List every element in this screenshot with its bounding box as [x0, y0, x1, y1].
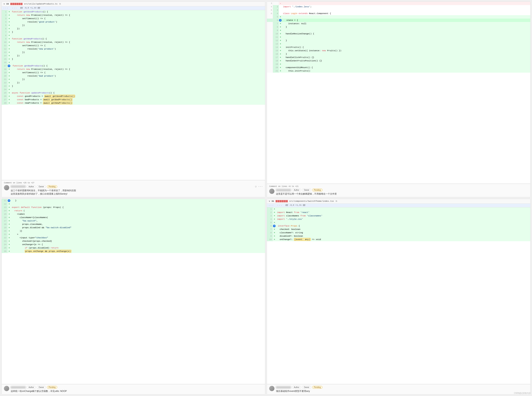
line-code: setTimeout(() => { [11, 71, 265, 74]
line-number-right: 15 [273, 49, 279, 52]
diff-line: 4+import './style.css' [267, 217, 530, 221]
username [11, 186, 26, 188]
line-number-left [267, 32, 273, 35]
line-number: 4 [267, 217, 273, 221]
line-code: function getGoodProducts() { [11, 10, 265, 13]
line-number-right: 13 [273, 42, 279, 46]
line-sign: + [273, 221, 276, 224]
circle-plus-icon[interactable]: + [273, 225, 275, 227]
line-number-left [267, 46, 273, 49]
diff-line: 21 + this.initFruits() [267, 69, 530, 73]
line-code: } [282, 25, 530, 29]
line-number-right: 19 [273, 63, 279, 66]
line-number-left [267, 69, 273, 73]
line-sign: + [8, 34, 11, 37]
diff-line: 11+ setTimeout(() => { [2, 44, 265, 47]
line-number: 7 [2, 30, 8, 34]
line-number-right: 11 [273, 35, 279, 39]
copy-icon[interactable]: ⧉ [59, 3, 61, 5]
panel-top-left: v 33 src/utils/updateProducts.ts ⧉ ··· ·… [1, 1, 265, 197]
line-number: 4 [2, 20, 8, 24]
line-number: 2 [2, 13, 8, 17]
more-icon[interactable]: ··· [258, 185, 263, 188]
line-number-right: 3 [273, 8, 279, 12]
line-sign: + [8, 54, 11, 58]
circle-plus-icon[interactable]: + [8, 64, 10, 67]
emoji-icon[interactable]: ☺ [255, 185, 257, 188]
diff-line: 4+ resolve('good product') [2, 20, 265, 24]
line-number: 19 [2, 71, 8, 74]
diff-line: 1+ [267, 207, 530, 211]
diff-line: 15+} [2, 58, 265, 61]
line-sign: + [279, 63, 282, 66]
badge-author: Author [27, 386, 36, 389]
line-code [282, 15, 530, 19]
line-code: } [11, 58, 265, 61]
file-count: 33 [6, 3, 9, 5]
line-sign: + [8, 68, 11, 71]
line-sign: + [8, 250, 11, 253]
line-number: 25 [2, 91, 8, 95]
line-number-left: 5 [267, 8, 273, 12]
line-number: 26 [2, 250, 8, 253]
line-sign-container: + [8, 199, 12, 202]
watermark: CSDN@记录每句话 [514, 392, 531, 395]
diff-line: 20 + componentDidMount() { [267, 66, 530, 69]
line-sign [279, 8, 282, 12]
line-code: } [282, 52, 530, 56]
diff-line: 15 + this.setState({ instance: new Fruit… [267, 49, 530, 52]
diff-line: 7+} [2, 30, 265, 34]
comment-text: 项目基础组件event类型不要用any [276, 390, 528, 393]
diff-color-blocks [275, 200, 288, 202]
diff-line: 15+ <label [2, 212, 265, 216]
diff-line: 19 + [267, 63, 530, 66]
diff-line: 25+async function updateProducts() { [2, 91, 265, 95]
badge-author: Author [27, 185, 36, 188]
diff-line: 7+ checked: boolean [267, 228, 530, 231]
line-sign: + [273, 238, 276, 241]
circle-plus-icon[interactable]: + [8, 199, 10, 202]
line-sign [279, 12, 282, 15]
line-sign: + [273, 207, 276, 211]
file-count: 31 [272, 200, 274, 202]
line-code: async function updateProducts() { [11, 91, 265, 95]
line-sign: + [279, 39, 282, 42]
line-code: onChange={e => { [11, 243, 265, 246]
line-number-right: 4 [273, 12, 279, 15]
line-sign: + [8, 229, 11, 233]
line-number: 8 [2, 34, 8, 37]
diff-line: 16 + } [267, 52, 530, 56]
copy-icon[interactable]: ⧉ [336, 200, 337, 202]
line-sign: + [279, 22, 282, 25]
line-sign: + [8, 17, 11, 20]
diff-content-top-right: 3 - 4 2 import './index.less'; 5 3 6 4 c… [267, 2, 530, 184]
line-sign: + [279, 49, 282, 52]
panel-top-right: 3 - 4 2 import './index.less'; 5 3 6 4 c… [267, 1, 531, 197]
comment-meta: Author Owner Pending [276, 189, 528, 192]
line-sign: + [8, 41, 11, 44]
line-sign: + [8, 212, 11, 216]
collapse-icon[interactable]: v [269, 200, 270, 202]
line-number-right: 2 [273, 5, 279, 8]
avatar [269, 386, 275, 391]
diff-line: 1+function getGoodProducts() { [2, 10, 265, 13]
collapse-icon[interactable]: v [4, 3, 5, 5]
line-sign: + [8, 223, 11, 226]
line-sign: + [8, 71, 11, 74]
line-number: 17 [2, 64, 8, 68]
line-number: 9 [2, 37, 8, 41]
comment-body: Author Owner Pending 这里是不是可以用一个类去解耦逻辑，不用… [276, 189, 528, 196]
line-number-left: 3 [267, 2, 273, 5]
line-number-right: 6 [273, 19, 279, 22]
line-sign-container: + [273, 224, 277, 228]
line-sign: + [8, 37, 11, 41]
diff-line: 19+ setTimeout(() => { [2, 71, 265, 74]
line-sign: + [273, 231, 276, 234]
line-number-left [267, 39, 273, 42]
line-number-right: 7 [273, 22, 279, 25]
comment-range-label: Comment on lines +6 to +21 [269, 186, 528, 187]
circle-plus-icon[interactable]: + [279, 19, 281, 22]
comment-range-label: Comment on lines +25 to +27 [4, 182, 263, 184]
dots-right: ··· [12, 7, 17, 10]
line-sign: + [279, 59, 282, 63]
